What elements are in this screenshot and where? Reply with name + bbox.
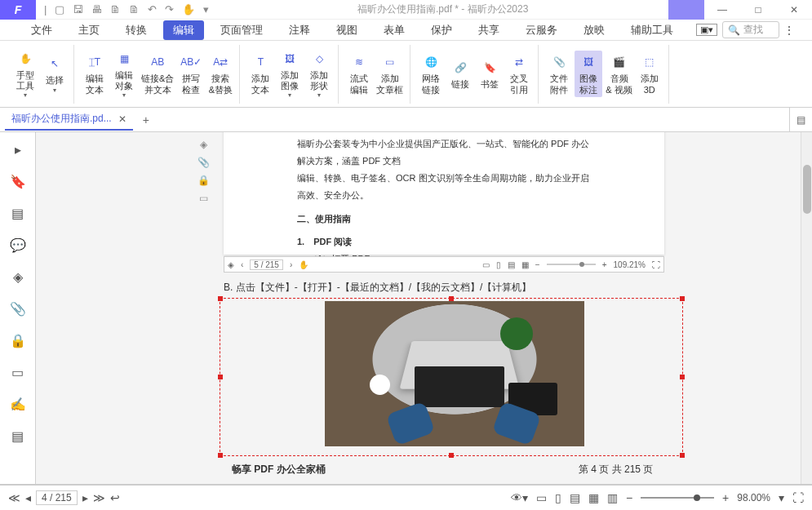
mini-page[interactable]: 5 / 215 — [250, 259, 283, 270]
mini-next-icon[interactable]: › — [290, 260, 292, 269]
layout4-icon[interactable]: ▦ — [588, 491, 599, 504]
security-panel-icon[interactable]: 🔒 — [10, 333, 26, 348]
menu-view[interactable]: 视图 — [326, 20, 367, 40]
readmode-icon[interactable]: 👁▾ — [511, 491, 528, 504]
mini-fullscreen-icon[interactable]: ⛶ — [652, 260, 660, 269]
comments-panel-icon[interactable]: 💬 — [10, 237, 26, 253]
layout5-icon[interactable]: ▥ — [607, 491, 618, 504]
scroll-thumb[interactable] — [803, 165, 811, 214]
record-button[interactable] — [668, 0, 704, 20]
zoom-out-icon[interactable]: − — [626, 491, 632, 504]
redo-icon[interactable]: ↷ — [165, 3, 174, 16]
menu-form[interactable]: 表单 — [374, 20, 415, 40]
open-icon[interactable]: ▢ — [55, 3, 64, 16]
web-link[interactable]: 🌐网络链接 — [417, 51, 445, 96]
add-3d[interactable]: ⬚添加3D — [636, 51, 663, 96]
menu-comment[interactable]: 注释 — [279, 20, 320, 40]
qat-more[interactable]: ▾ — [203, 3, 209, 16]
layout2-icon[interactable]: ▯ — [555, 491, 561, 504]
expand-icon[interactable]: ▸ — [15, 142, 21, 157]
menu-protect[interactable]: 保护 — [421, 20, 462, 40]
add-image[interactable]: 🖼添加图像▾ — [276, 47, 304, 100]
resize-handle-bm[interactable] — [449, 453, 454, 458]
page-input[interactable]: 4 / 215 — [36, 490, 78, 505]
resize-handle-tr[interactable] — [680, 296, 685, 301]
menu-share[interactable]: 共享 — [468, 20, 509, 40]
edit-object[interactable]: ▦编辑对象▾ — [110, 47, 138, 100]
close-button[interactable]: ✕ — [776, 0, 812, 20]
sign-panel-icon[interactable]: ✍ — [10, 397, 26, 412]
bookmark-panel-icon[interactable]: 🔖 — [10, 174, 26, 189]
layers-panel-icon[interactable]: ◈ — [13, 269, 23, 285]
mini-view1-icon[interactable]: ▭ — [482, 260, 490, 269]
menu-edit[interactable]: 编辑 — [163, 20, 204, 40]
print-icon[interactable]: 🖶 — [91, 3, 102, 16]
menu-page[interactable]: 页面管理 — [211, 20, 273, 40]
attachments-panel-icon[interactable]: 📎 — [10, 301, 26, 317]
jump-icon[interactable]: ↩ — [110, 491, 120, 504]
resize-handle-rm[interactable] — [680, 375, 685, 379]
selected-image-box[interactable] — [220, 298, 683, 456]
resize-handle-tl[interactable] — [218, 296, 223, 301]
search-box[interactable]: 🔍 查找 — [722, 21, 779, 38]
zoom-value[interactable]: 98.00% — [737, 492, 770, 503]
menu-play[interactable]: 放映 — [574, 20, 615, 40]
mini-minus-icon[interactable]: − — [535, 260, 540, 269]
right-dock-toggle[interactable]: ▤ — [789, 108, 812, 132]
zoom-in-icon[interactable]: + — [722, 491, 729, 504]
minimize-button[interactable]: — — [704, 0, 740, 20]
cross-ref[interactable]: ⇄交叉引用 — [505, 51, 533, 96]
fields-panel-icon[interactable]: ▭ — [11, 365, 24, 380]
ribbon-options-icon[interactable]: ▣▾ — [696, 24, 717, 36]
maximize-button[interactable]: □ — [740, 0, 776, 20]
hand-icon[interactable]: ✋ — [182, 3, 195, 16]
resize-handle-bl[interactable] — [218, 453, 223, 458]
flow-edit[interactable]: ≋流式编辑 — [345, 51, 373, 96]
link2[interactable]: 🔗链接 — [446, 56, 474, 91]
menu-home[interactable]: 主页 — [69, 20, 109, 40]
undo-icon[interactable]: ↶ — [148, 3, 157, 16]
menu-cloud[interactable]: 云服务 — [516, 20, 567, 40]
menu-a11y[interactable]: 辅助工具 — [621, 20, 683, 40]
tab-add-button[interactable]: + — [138, 113, 154, 126]
hand-tool[interactable]: ✋手型工具▾ — [11, 47, 39, 100]
resize-handle-lm[interactable] — [218, 375, 223, 379]
file-attach[interactable]: 📎文件附件 — [545, 51, 573, 96]
audio-video[interactable]: 🎬音频& 视频 — [604, 51, 633, 96]
first-page-icon[interactable]: ≪ — [8, 491, 20, 504]
bookmark[interactable]: 🔖书签 — [476, 56, 504, 91]
spell-check[interactable]: AB✓拼写检查 — [177, 51, 205, 96]
menu-convert[interactable]: 转换 — [116, 20, 157, 40]
mini-layers-icon[interactable]: ◈ — [228, 260, 234, 269]
layout3-icon[interactable]: ▤ — [570, 491, 580, 504]
last-page-icon[interactable]: ≫ — [93, 491, 105, 504]
doc-icon[interactable]: 🗎 — [110, 3, 121, 16]
app-logo[interactable]: F — [0, 0, 36, 20]
document-canvas[interactable]: ◈ 📎 🔒 ▭ 福昕办公套装专为中小企业提供国产正版化、一站式、智能化的 PDF… — [36, 132, 812, 484]
doc-icon[interactable]: ▭ — [199, 193, 208, 204]
lock-icon[interactable]: 🔒 — [197, 175, 210, 186]
prev-page-icon[interactable]: ◂ — [25, 491, 31, 504]
layout1-icon[interactable]: ▭ — [536, 491, 547, 504]
clip-icon[interactable]: 📎 — [197, 157, 210, 168]
pages-panel-icon[interactable]: ▤ — [11, 206, 24, 221]
resize-handle-br[interactable] — [680, 453, 685, 458]
vertical-scrollbar[interactable] — [801, 132, 812, 484]
fullscreen-icon[interactable]: ⛶ — [792, 491, 804, 504]
add-article[interactable]: ▭添加文章框 — [375, 51, 405, 96]
add-text[interactable]: T添加文本 — [246, 51, 274, 96]
select-tool[interactable]: ↖选择▾ — [41, 52, 69, 95]
layers-icon[interactable]: ◈ — [200, 139, 207, 150]
zoom-slider[interactable] — [641, 497, 714, 499]
more-panel-icon[interactable]: ▤ — [11, 428, 24, 444]
mini-hand-icon[interactable]: ✋ — [299, 260, 308, 269]
menu-more-icon[interactable]: ⋮ — [784, 24, 794, 36]
link-merge[interactable]: AB链接&合并文本 — [140, 51, 175, 96]
mini-view3-icon[interactable]: ▤ — [508, 260, 515, 269]
doc-tab-1[interactable]: 福昕办公使用指南.pd... ✕ — [5, 109, 133, 131]
mini-zoom-slider[interactable] — [547, 264, 596, 265]
save-icon[interactable]: 🖫 — [73, 3, 83, 16]
add-shape[interactable]: ◇添加形状▾ — [305, 47, 333, 100]
mini-prev-icon[interactable]: ‹ — [241, 260, 243, 269]
doc2-icon[interactable]: 🗎 — [129, 3, 140, 16]
